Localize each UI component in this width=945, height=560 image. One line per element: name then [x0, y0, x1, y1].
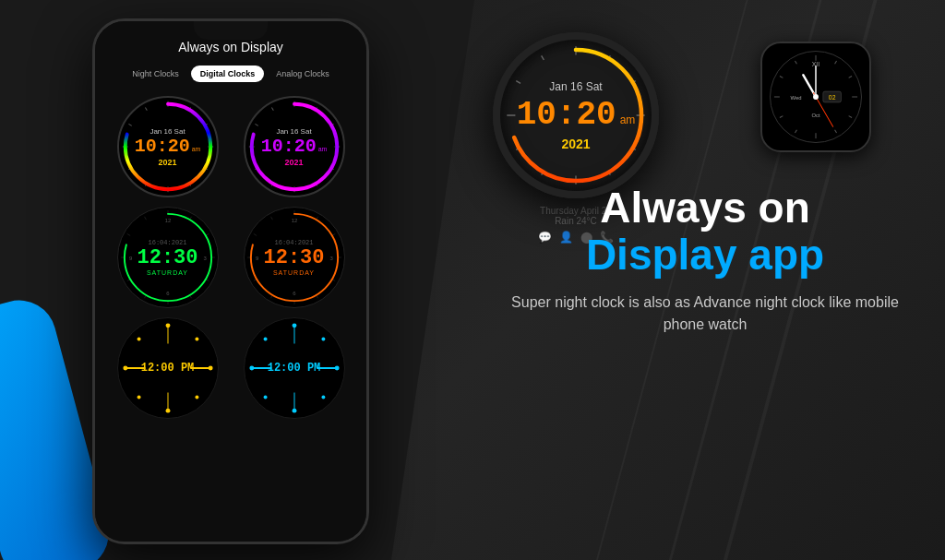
- svg-text:Oct: Oct: [811, 113, 820, 118]
- svg-point-79: [321, 395, 325, 399]
- svg-text:9: 9: [129, 256, 132, 261]
- watch-widget: XII 02 Wed Oct: [760, 42, 871, 152]
- clock-1-date: Jan 16 Sat: [135, 127, 201, 136]
- svg-line-105: [780, 116, 783, 118]
- hero-section: Always on Display app Super night clock …: [511, 185, 899, 336]
- clock-3-day: SATURDAY: [137, 269, 197, 276]
- svg-point-78: [263, 395, 267, 399]
- clock-3-display: 16:04:2021 12:30 SATURDAY: [137, 239, 197, 276]
- svg-text:6: 6: [166, 291, 170, 296]
- clock-4-time: 12:30: [263, 246, 324, 269]
- svg-text:12: 12: [291, 218, 297, 223]
- phone-mockup: Always on Display Night Clocks Digital C…: [92, 18, 369, 544]
- svg-line-104: [795, 130, 796, 133]
- phone-frame: Always on Display Night Clocks Digital C…: [92, 18, 369, 544]
- svg-point-76: [263, 338, 267, 341]
- clock-4-day: SATURDAY: [263, 269, 324, 276]
- clock-1-display: Jan 16 Sat 10:20 am 2021: [135, 127, 201, 167]
- large-clock-display: Jan 16 Sat 10:20 am 2021: [517, 80, 636, 151]
- large-clock-date: Jan 16 Sat: [517, 80, 636, 93]
- clock-3-date: 16:04:2021: [137, 239, 197, 246]
- svg-point-63: [208, 366, 212, 371]
- clock-2-display: Jan 16 Sat 10:20 am 2021: [261, 127, 328, 167]
- clock-5[interactable]: 12:00 PM: [117, 317, 219, 419]
- clock-2-ampm: am: [318, 146, 328, 152]
- svg-point-61: [165, 409, 170, 413]
- clock-6-display: 12:00 PM: [268, 362, 321, 375]
- large-clock-year: 2021: [517, 137, 636, 151]
- svg-line-53: [253, 233, 256, 235]
- large-clock-ampm: am: [620, 113, 636, 126]
- clock-1-year: 2021: [135, 158, 201, 167]
- clock-row-1: Jan 16 Sat 10:20 am 2021: [104, 96, 357, 197]
- svg-point-73: [292, 409, 296, 413]
- clock-6-time: 12:00 PM: [268, 362, 321, 375]
- clock-3-time: 12:30: [137, 246, 197, 269]
- tab-night-clocks[interactable]: Night Clocks: [125, 66, 186, 82]
- svg-line-23: [255, 124, 257, 125]
- svg-line-10: [128, 124, 131, 125]
- watch-face: XII 02 Wed Oct: [770, 51, 862, 143]
- svg-line-54: [270, 217, 272, 220]
- svg-text:6: 6: [293, 291, 296, 296]
- clock-4[interactable]: 12 6 3 9 16:04:2021 12:30 SATURDAY: [244, 207, 345, 308]
- svg-point-74: [249, 366, 254, 371]
- phone-app-title: Always on Display: [104, 40, 357, 54]
- svg-text:02: 02: [829, 94, 836, 101]
- svg-point-113: [813, 94, 819, 100]
- clock-1[interactable]: Jan 16 Sat 10:20 am 2021: [117, 96, 219, 197]
- svg-point-75: [334, 366, 339, 371]
- clock-2-date: Jan 16 Sat: [261, 127, 328, 136]
- hero-description: Super night clock is also as Advance nig…: [511, 292, 899, 336]
- clock-4-display: 16:04:2021 12:30 SATURDAY: [263, 239, 324, 276]
- clock-4-date: 16:04:2021: [263, 239, 324, 246]
- large-clock-time: 10:20: [517, 96, 616, 134]
- svg-line-98: [835, 61, 837, 64]
- clock-2-time: 10:20: [261, 137, 317, 156]
- hero-title-line2: Display app: [511, 232, 899, 279]
- svg-point-72: [292, 323, 296, 328]
- svg-line-99: [849, 76, 852, 77]
- watch-svg: XII 02 Wed Oct: [771, 52, 861, 142]
- clock-3[interactable]: 12 6 3 9 16:04:2021 12:30 SATURDAY: [117, 207, 219, 308]
- clock-5-display: 12:00 PM: [141, 362, 195, 375]
- svg-line-95: [542, 55, 544, 60]
- svg-point-66: [137, 395, 140, 399]
- svg-point-77: [321, 338, 325, 341]
- svg-point-62: [123, 366, 127, 371]
- svg-line-11: [145, 107, 147, 110]
- svg-line-102: [835, 130, 837, 133]
- clock-1-time: 10:20: [135, 137, 190, 156]
- svg-line-108: [795, 61, 796, 64]
- svg-text:3: 3: [329, 256, 333, 261]
- clock-2[interactable]: Jan 16 Sat 10:20 am 2021: [244, 96, 345, 197]
- svg-text:9: 9: [256, 256, 258, 261]
- clock-row-2: 12 6 3 9 16:04:2021 12:30 SATURDAY: [104, 207, 357, 308]
- large-clock: Jan 16 Sat 10:20 am 2021: [493, 32, 659, 198]
- svg-line-36: [126, 233, 129, 235]
- tab-bar: Night Clocks Digital Clocks Analog Clock…: [104, 66, 357, 82]
- svg-line-24: [271, 107, 273, 110]
- svg-text:3: 3: [203, 256, 207, 261]
- large-clock-time-row: 10:20 am: [517, 96, 636, 134]
- svg-point-60: [165, 323, 170, 328]
- svg-text:12: 12: [164, 218, 171, 223]
- phone-notch: [194, 21, 268, 40]
- phone-screen: Always on Display Night Clocks Digital C…: [95, 21, 366, 542]
- clock-1-ampm: am: [192, 146, 201, 152]
- svg-point-65: [195, 338, 198, 341]
- tab-digital-clocks[interactable]: Digital Clocks: [191, 66, 265, 82]
- clock-row-3: 12:00 PM: [104, 317, 357, 419]
- svg-point-67: [195, 395, 198, 399]
- clock-2-year: 2021: [261, 158, 328, 167]
- tab-analog-clocks[interactable]: Analog Clocks: [269, 66, 337, 82]
- clock-5-time: 12:00 PM: [141, 362, 195, 375]
- svg-line-101: [849, 116, 852, 118]
- svg-text:Wed: Wed: [790, 95, 801, 101]
- hero-title-line1: Always on: [511, 185, 899, 232]
- svg-point-64: [137, 338, 140, 341]
- svg-line-37: [144, 217, 146, 220]
- svg-line-107: [780, 76, 783, 77]
- clock-6[interactable]: 12:00 PM: [244, 317, 345, 419]
